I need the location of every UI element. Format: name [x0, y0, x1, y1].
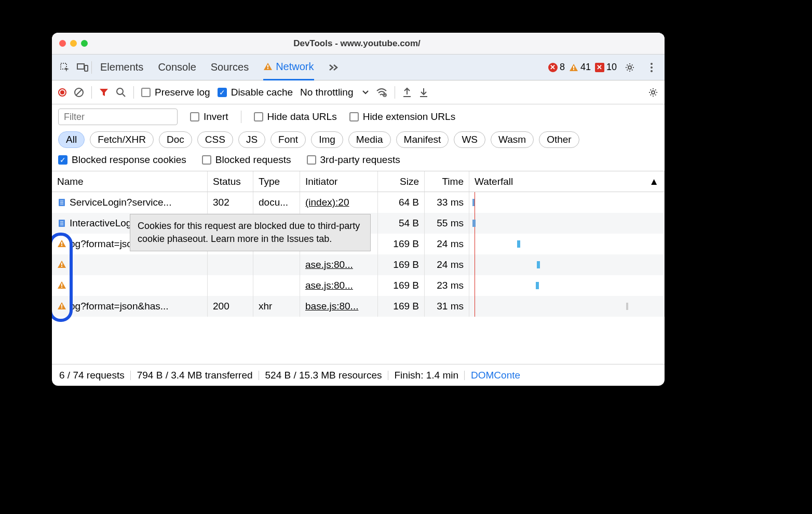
tab-sources[interactable]: Sources	[211, 55, 249, 80]
cell-initiator[interactable]: ase.js:80...	[305, 280, 353, 291]
chip-fetch-xhr[interactable]: Fetch/XHR	[90, 131, 154, 148]
download-icon[interactable]	[419, 87, 428, 98]
col-waterfall[interactable]: Waterfall ▲	[469, 171, 665, 192]
more-tabs-button[interactable]	[329, 55, 339, 80]
table-header: Name Status Type Initiator Size Time Wat…	[52, 171, 665, 192]
preserve-log-label: Preserve log	[155, 87, 210, 98]
cell-time: 55 ms	[425, 213, 469, 234]
throttling-select[interactable]: No throttling	[300, 87, 369, 98]
cell-size: 169 B	[378, 234, 425, 254]
throttling-value: No throttling	[300, 87, 353, 98]
svg-rect-2	[85, 65, 88, 71]
svg-rect-3	[267, 65, 268, 67]
chip-img[interactable]: Img	[311, 131, 343, 148]
col-time[interactable]: Time	[425, 171, 469, 192]
warning-icon	[263, 62, 273, 71]
upload-icon[interactable]	[402, 87, 412, 98]
chip-doc[interactable]: Doc	[159, 131, 192, 148]
tab-elements[interactable]: Elements	[100, 55, 143, 80]
col-waterfall-label: Waterfall	[475, 176, 513, 187]
cell-time: 23 ms	[425, 275, 469, 296]
table-row[interactable]: ase.js:80...169 B23 ms	[52, 275, 665, 296]
chip-other[interactable]: Other	[539, 131, 579, 148]
chip-css[interactable]: CSS	[197, 131, 233, 148]
table-row[interactable]: ase.js:80...169 B24 ms	[52, 254, 665, 275]
error-count-badge[interactable]: ✕ 8	[548, 62, 565, 73]
filter-icon[interactable]	[99, 88, 109, 97]
blocked-cookies-checkbox[interactable]: ✓Blocked response cookies	[58, 154, 186, 166]
svg-point-13	[117, 88, 123, 94]
invert-label: Invert	[204, 111, 228, 123]
minimize-window-button[interactable]	[70, 40, 77, 47]
window-title: DevTools - www.youtube.com/	[88, 38, 626, 49]
cell-waterfall	[469, 296, 665, 317]
svg-point-9	[651, 66, 653, 69]
third-party-checkbox[interactable]: 3rd-party requests	[307, 154, 400, 166]
chip-ws[interactable]: WS	[454, 131, 485, 148]
cell-initiator[interactable]: ase.js:80...	[305, 259, 353, 270]
issue-count-badge[interactable]: ✕ 10	[595, 62, 617, 73]
invert-checkbox[interactable]: Invert	[190, 111, 228, 123]
error-icon: ✕	[548, 63, 558, 72]
filter-input[interactable]	[58, 109, 178, 125]
third-party-label: 3rd-party requests	[320, 154, 400, 166]
chevrons-right-icon	[329, 64, 339, 71]
col-name[interactable]: Name	[52, 171, 208, 192]
status-transferred: 794 B / 3.4 MB transferred	[137, 370, 253, 381]
preserve-log-checkbox[interactable]: Preserve log	[141, 87, 210, 98]
document-icon	[57, 219, 66, 228]
chip-font[interactable]: Font	[270, 131, 306, 148]
warning-count-badge[interactable]: 41	[569, 62, 591, 73]
clear-button[interactable]	[74, 87, 84, 98]
devtools-window: DevTools - www.youtube.com/ Elements Con…	[52, 33, 665, 386]
close-window-button[interactable]	[59, 40, 66, 47]
col-initiator[interactable]: Initiator	[300, 171, 378, 192]
settings-icon[interactable]	[621, 59, 639, 76]
svg-rect-4	[267, 68, 268, 69]
cell-size: 64 B	[378, 192, 425, 213]
hide-extension-urls-checkbox[interactable]: Hide extension URLs	[349, 111, 455, 123]
disable-cache-checkbox[interactable]: ✓ Disable cache	[218, 87, 293, 98]
col-size[interactable]: Size	[378, 171, 425, 192]
chevron-down-icon	[362, 90, 369, 94]
chip-js[interactable]: JS	[238, 131, 265, 148]
cell-initiator[interactable]: (index):20	[305, 197, 349, 208]
network-toolbar: Preserve log ✓ Disable cache No throttli…	[52, 80, 665, 104]
status-domcontent: DOMConte	[471, 370, 520, 381]
status-finish: Finish: 1.4 min	[395, 370, 459, 381]
search-icon[interactable]	[116, 87, 126, 98]
network-settings-icon[interactable]	[648, 87, 658, 98]
svg-point-8	[651, 63, 653, 65]
inspect-icon[interactable]	[56, 59, 74, 76]
cell-time: 33 ms	[425, 192, 469, 213]
status-resources: 524 B / 15.3 MB resources	[265, 370, 382, 381]
cell-size: 169 B	[378, 254, 425, 275]
table-row[interactable]: og?format=json&has...200xhrbase.js:80...…	[52, 296, 665, 317]
col-type[interactable]: Type	[253, 171, 300, 192]
chip-wasm[interactable]: Wasm	[491, 131, 534, 148]
hide-data-urls-checkbox[interactable]: Hide data URLs	[254, 111, 337, 123]
tab-console[interactable]: Console	[158, 55, 196, 80]
network-conditions-icon[interactable]	[376, 88, 387, 97]
table-row[interactable]: ServiceLogin?service...302docu...(index)…	[52, 192, 665, 213]
maximize-window-button[interactable]	[81, 40, 88, 47]
chip-all[interactable]: All	[58, 131, 85, 148]
svg-rect-1	[77, 64, 84, 69]
cell-type: docu...	[253, 192, 300, 213]
device-toggle-icon[interactable]	[74, 59, 91, 76]
cell-time: 24 ms	[425, 234, 469, 254]
tab-network[interactable]: Network	[263, 55, 314, 80]
issue-count: 10	[606, 62, 617, 73]
col-status[interactable]: Status	[208, 171, 253, 192]
cell-time: 31 ms	[425, 296, 469, 317]
kebab-icon[interactable]	[643, 59, 660, 76]
blocked-requests-checkbox[interactable]: Blocked requests	[202, 154, 291, 166]
chip-manifest[interactable]: Manifest	[396, 131, 449, 148]
status-bar: 6 / 74 requests 794 B / 3.4 MB transferr…	[52, 364, 665, 386]
svg-point-16	[652, 91, 655, 94]
cell-initiator[interactable]: base.js:80...	[305, 301, 358, 312]
chip-media[interactable]: Media	[348, 131, 391, 148]
record-button[interactable]	[58, 88, 66, 97]
traffic-lights	[59, 40, 88, 47]
svg-line-14	[123, 94, 125, 97]
